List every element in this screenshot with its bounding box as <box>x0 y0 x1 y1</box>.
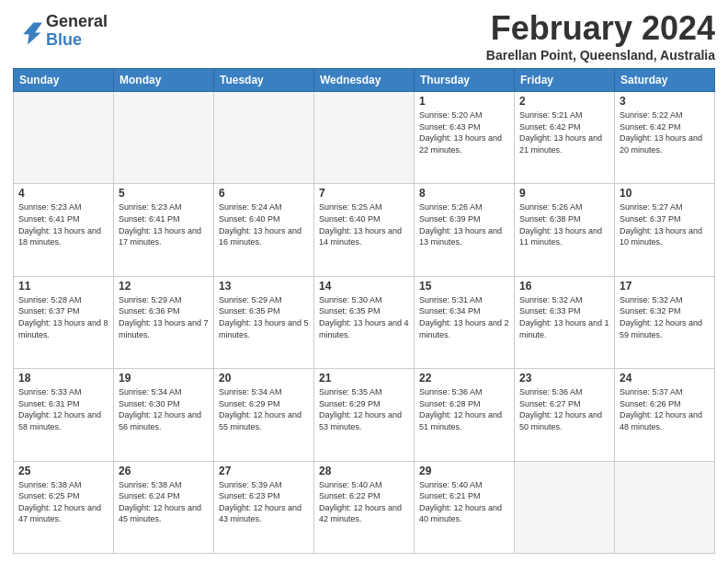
week-row-2: 4Sunrise: 5:23 AM Sunset: 6:41 PM Daylig… <box>14 184 715 276</box>
day-info: Sunrise: 5:36 AM Sunset: 6:27 PM Dayligh… <box>519 386 609 432</box>
day-cell: 27Sunrise: 5:39 AM Sunset: 6:23 PM Dayli… <box>214 461 314 553</box>
day-number: 2 <box>519 95 609 108</box>
svg-marker-0 <box>23 22 42 44</box>
day-number: 11 <box>18 280 108 293</box>
day-number: 14 <box>319 280 409 293</box>
day-cell: 1Sunrise: 5:20 AM Sunset: 6:43 PM Daylig… <box>415 92 515 184</box>
day-cell: 29Sunrise: 5:40 AM Sunset: 6:21 PM Dayli… <box>415 461 515 553</box>
day-cell: 20Sunrise: 5:34 AM Sunset: 6:29 PM Dayli… <box>214 369 314 461</box>
day-cell: 19Sunrise: 5:34 AM Sunset: 6:30 PM Dayli… <box>114 369 214 461</box>
day-cell: 26Sunrise: 5:38 AM Sunset: 6:24 PM Dayli… <box>114 461 214 553</box>
day-number: 3 <box>620 95 710 108</box>
week-row-1: 1Sunrise: 5:20 AM Sunset: 6:43 PM Daylig… <box>14 92 715 184</box>
logo-text: General Blue <box>46 13 108 50</box>
day-info: Sunrise: 5:27 AM Sunset: 6:37 PM Dayligh… <box>620 201 710 247</box>
day-info: Sunrise: 5:23 AM Sunset: 6:41 PM Dayligh… <box>119 201 209 247</box>
day-cell <box>114 92 214 184</box>
day-number: 6 <box>219 187 309 200</box>
day-cell: 10Sunrise: 5:27 AM Sunset: 6:37 PM Dayli… <box>615 184 715 276</box>
day-cell: 4Sunrise: 5:23 AM Sunset: 6:41 PM Daylig… <box>14 184 114 276</box>
day-cell <box>615 461 715 553</box>
day-info: Sunrise: 5:29 AM Sunset: 6:36 PM Dayligh… <box>119 294 209 340</box>
day-number: 16 <box>519 280 609 293</box>
day-info: Sunrise: 5:32 AM Sunset: 6:33 PM Dayligh… <box>519 294 609 340</box>
day-cell: 6Sunrise: 5:24 AM Sunset: 6:40 PM Daylig… <box>214 184 314 276</box>
logo-icon <box>13 17 42 46</box>
day-cell: 28Sunrise: 5:40 AM Sunset: 6:22 PM Dayli… <box>314 461 415 553</box>
day-number: 25 <box>18 465 108 477</box>
calendar-table: Sunday Monday Tuesday Wednesday Thursday… <box>13 68 715 554</box>
day-number: 27 <box>219 465 309 477</box>
day-cell <box>314 92 415 184</box>
day-cell <box>214 92 314 184</box>
day-info: Sunrise: 5:36 AM Sunset: 6:28 PM Dayligh… <box>419 386 509 432</box>
calendar-body: 1Sunrise: 5:20 AM Sunset: 6:43 PM Daylig… <box>14 92 715 554</box>
day-cell: 13Sunrise: 5:29 AM Sunset: 6:35 PM Dayli… <box>214 276 314 368</box>
day-cell: 3Sunrise: 5:22 AM Sunset: 6:42 PM Daylig… <box>615 92 715 184</box>
header-row: Sunday Monday Tuesday Wednesday Thursday… <box>14 69 715 92</box>
header-saturday: Saturday <box>615 69 715 92</box>
header-monday: Monday <box>114 69 214 92</box>
day-cell: 7Sunrise: 5:25 AM Sunset: 6:40 PM Daylig… <box>314 184 415 276</box>
day-number: 17 <box>620 280 710 293</box>
day-number: 8 <box>419 187 509 200</box>
calendar-header: Sunday Monday Tuesday Wednesday Thursday… <box>14 69 715 92</box>
day-number: 18 <box>18 372 108 385</box>
logo: General Blue <box>13 13 108 50</box>
day-info: Sunrise: 5:29 AM Sunset: 6:35 PM Dayligh… <box>219 294 309 340</box>
day-cell: 21Sunrise: 5:35 AM Sunset: 6:29 PM Dayli… <box>314 369 415 461</box>
main-title: February 2024 <box>486 9 715 48</box>
week-row-5: 25Sunrise: 5:38 AM Sunset: 6:25 PM Dayli… <box>14 461 715 553</box>
logo-general: General <box>46 13 108 31</box>
logo-blue: Blue <box>46 31 108 50</box>
week-row-4: 18Sunrise: 5:33 AM Sunset: 6:31 PM Dayli… <box>14 369 715 461</box>
day-info: Sunrise: 5:34 AM Sunset: 6:30 PM Dayligh… <box>119 386 209 432</box>
day-info: Sunrise: 5:34 AM Sunset: 6:29 PM Dayligh… <box>219 386 309 432</box>
day-info: Sunrise: 5:26 AM Sunset: 6:38 PM Dayligh… <box>519 201 609 247</box>
week-row-3: 11Sunrise: 5:28 AM Sunset: 6:37 PM Dayli… <box>14 276 715 368</box>
page: General Blue February 2024 Barellan Poin… <box>0 0 728 563</box>
day-number: 5 <box>119 187 209 200</box>
day-number: 15 <box>419 280 509 293</box>
day-cell: 12Sunrise: 5:29 AM Sunset: 6:36 PM Dayli… <box>114 276 214 368</box>
day-cell: 9Sunrise: 5:26 AM Sunset: 6:38 PM Daylig… <box>515 184 615 276</box>
day-cell: 25Sunrise: 5:38 AM Sunset: 6:25 PM Dayli… <box>14 461 114 553</box>
day-cell: 5Sunrise: 5:23 AM Sunset: 6:41 PM Daylig… <box>114 184 214 276</box>
header-friday: Friday <box>515 69 615 92</box>
day-info: Sunrise: 5:33 AM Sunset: 6:31 PM Dayligh… <box>18 386 108 432</box>
day-cell: 22Sunrise: 5:36 AM Sunset: 6:28 PM Dayli… <box>415 369 515 461</box>
day-info: Sunrise: 5:32 AM Sunset: 6:32 PM Dayligh… <box>620 294 710 340</box>
day-cell: 16Sunrise: 5:32 AM Sunset: 6:33 PM Dayli… <box>515 276 615 368</box>
day-info: Sunrise: 5:35 AM Sunset: 6:29 PM Dayligh… <box>319 386 409 432</box>
day-number: 4 <box>18 187 108 200</box>
day-info: Sunrise: 5:28 AM Sunset: 6:37 PM Dayligh… <box>18 294 108 340</box>
day-info: Sunrise: 5:22 AM Sunset: 6:42 PM Dayligh… <box>620 109 710 155</box>
day-cell: 23Sunrise: 5:36 AM Sunset: 6:27 PM Dayli… <box>515 369 615 461</box>
day-cell: 14Sunrise: 5:30 AM Sunset: 6:35 PM Dayli… <box>314 276 415 368</box>
day-cell: 18Sunrise: 5:33 AM Sunset: 6:31 PM Dayli… <box>14 369 114 461</box>
day-number: 29 <box>419 465 509 477</box>
header-tuesday: Tuesday <box>214 69 314 92</box>
header-thursday: Thursday <box>415 69 515 92</box>
day-info: Sunrise: 5:21 AM Sunset: 6:42 PM Dayligh… <box>519 109 609 155</box>
day-info: Sunrise: 5:26 AM Sunset: 6:39 PM Dayligh… <box>419 201 509 247</box>
header: General Blue February 2024 Barellan Poin… <box>13 9 715 63</box>
day-number: 10 <box>620 187 710 200</box>
day-number: 23 <box>519 372 609 385</box>
header-sunday: Sunday <box>14 69 114 92</box>
day-info: Sunrise: 5:37 AM Sunset: 6:26 PM Dayligh… <box>620 386 710 432</box>
day-info: Sunrise: 5:40 AM Sunset: 6:22 PM Dayligh… <box>319 479 409 525</box>
day-number: 26 <box>119 465 209 477</box>
day-info: Sunrise: 5:24 AM Sunset: 6:40 PM Dayligh… <box>219 201 309 247</box>
day-cell: 24Sunrise: 5:37 AM Sunset: 6:26 PM Dayli… <box>615 369 715 461</box>
day-number: 22 <box>419 372 509 385</box>
day-info: Sunrise: 5:38 AM Sunset: 6:24 PM Dayligh… <box>119 479 209 525</box>
day-number: 13 <box>219 280 309 293</box>
day-number: 20 <box>219 372 309 385</box>
day-info: Sunrise: 5:30 AM Sunset: 6:35 PM Dayligh… <box>319 294 409 340</box>
day-number: 21 <box>319 372 409 385</box>
day-number: 24 <box>620 372 710 385</box>
day-cell: 8Sunrise: 5:26 AM Sunset: 6:39 PM Daylig… <box>415 184 515 276</box>
subtitle: Barellan Point, Queensland, Australia <box>486 48 715 63</box>
day-info: Sunrise: 5:25 AM Sunset: 6:40 PM Dayligh… <box>319 201 409 247</box>
